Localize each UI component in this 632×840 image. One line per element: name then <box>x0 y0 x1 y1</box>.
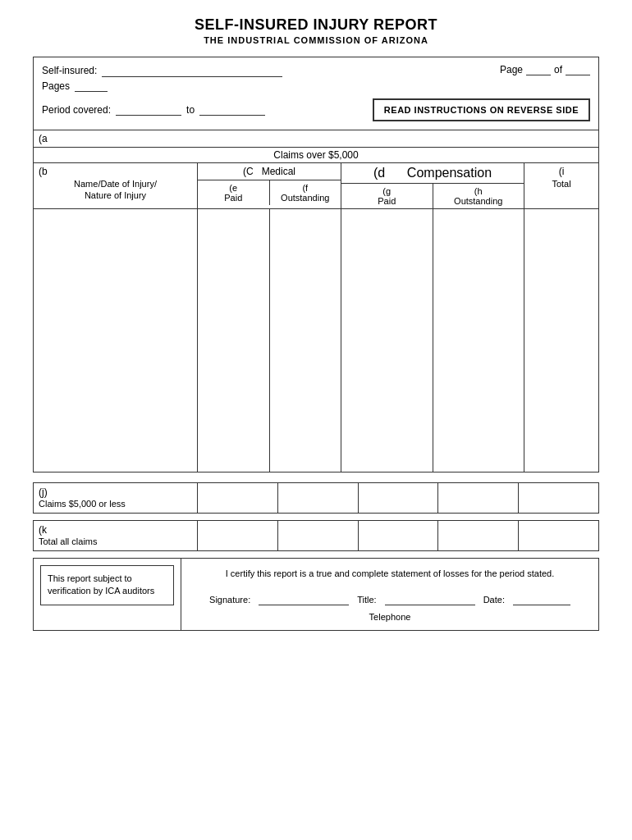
col-e-header: (e Paid <box>198 180 270 205</box>
row-j-e-cell[interactable] <box>198 483 278 513</box>
col-b-sub1: Name/Date of Injury/ <box>39 179 192 189</box>
col-g-sub: Paid <box>345 196 429 206</box>
col-d-compensation: (d Compensation (g Paid (h Outstanding <box>341 163 524 208</box>
data-col-i <box>524 209 598 472</box>
pages-input[interactable] <box>75 80 108 92</box>
pages-row: Pages <box>42 80 590 92</box>
date-input[interactable] <box>513 594 570 605</box>
col-h-sub: Outstanding <box>437 196 521 206</box>
col-d-header: (d Compensation <box>341 163 524 184</box>
data-col-f <box>270 209 341 472</box>
period-from-input[interactable] <box>116 104 181 116</box>
claims-over-label: Claims over $5,000 <box>34 148 598 163</box>
row-j-letter: (j) <box>39 486 192 498</box>
data-rows-area <box>34 209 598 472</box>
page-total-input[interactable] <box>566 64 590 75</box>
row-k-g-cell[interactable] <box>359 521 439 550</box>
col-c-sub: Medical <box>262 166 295 177</box>
col-i-label: (i <box>529 166 593 177</box>
data-col-g <box>341 209 433 472</box>
telephone-label: Telephone <box>369 612 411 622</box>
col-g-label: (g <box>345 186 429 196</box>
instructions-box: READ INSTRUCTIONS ON REVERSE SIDE <box>373 98 590 121</box>
form-outer-box: Self-insured: Page of Pages Period cover… <box>33 57 599 472</box>
col-b-label: (b <box>39 166 192 177</box>
row-j-g-cell[interactable] <box>359 483 439 513</box>
page-number-input[interactable] <box>526 64 551 75</box>
col-i-sub: Total <box>529 179 593 189</box>
pages-label: Pages <box>42 80 70 92</box>
row-k-h-cell[interactable] <box>438 521 519 550</box>
row-j-h-cell[interactable] <box>438 483 519 513</box>
claims-section-a: (a <box>34 130 598 148</box>
signature-label: Signature: <box>209 595 250 605</box>
row-k-f-cell[interactable] <box>278 521 359 550</box>
page-row: Page of <box>500 64 590 75</box>
verification-text: This report subject to verification by I… <box>48 573 154 596</box>
period-label: Period covered: <box>42 104 111 116</box>
title-label: Title: <box>357 595 376 605</box>
row-k-label-cell: (k Total all claims <box>34 521 198 550</box>
col-i-header: (i Total <box>524 163 598 208</box>
row-k-desc: Total all claims <box>39 536 192 546</box>
data-col-b <box>34 209 198 472</box>
summary-section: (j) Claims $5,000 or less (k Total all c… <box>33 482 599 551</box>
data-col-compensation <box>341 209 524 472</box>
subtitle: THE INDUSTRIAL COMMISSION OF ARIZONA <box>33 35 599 45</box>
col-c-medical: (C Medical (e Paid (f Outstanding <box>198 163 341 208</box>
col-g-header: (g Paid <box>341 184 433 208</box>
summary-row-j: (j) Claims $5,000 or less <box>33 482 599 514</box>
col-headers-row: (b Name/Date of Injury/ Nature of Injury… <box>34 163 598 209</box>
data-col-medical <box>198 209 341 472</box>
row-k-i-cell[interactable] <box>519 521 598 550</box>
row-j-desc: Claims $5,000 or less <box>39 499 192 509</box>
row-j-i-cell[interactable] <box>519 483 598 513</box>
self-insured-input[interactable] <box>102 64 282 77</box>
page-label: Page <box>500 64 523 75</box>
col-h-header: (h Outstanding <box>433 184 524 208</box>
period-left: Period covered: to <box>42 104 265 116</box>
col-c-header: (C Medical <box>198 163 341 180</box>
row-k-e-cell[interactable] <box>198 521 278 550</box>
col-medical-subs: (e Paid (f Outstanding <box>198 180 341 205</box>
col-b-sub2: Nature of Injury <box>39 190 192 200</box>
cert-fields-row: Signature: Title: Date: <box>209 594 570 605</box>
col-compensation-subs: (g Paid (h Outstanding <box>341 184 524 208</box>
header-section: Self-insured: Page of Pages Period cover… <box>34 57 598 130</box>
col-f-sub: Outstanding <box>273 193 338 203</box>
col-h-label: (h <box>437 186 521 196</box>
summary-row-k: (k Total all claims <box>33 520 599 551</box>
claims-over-text: Claims over $5,000 <box>273 149 358 161</box>
col-f-header: (f Outstanding <box>270 180 341 205</box>
self-insured-row: Self-insured: <box>42 64 282 77</box>
col-e-label: (e <box>201 183 266 193</box>
title-input[interactable] <box>385 594 475 605</box>
data-col-h <box>433 209 524 472</box>
row-j-label-cell: (j) Claims $5,000 or less <box>34 483 198 513</box>
col-f-label: (f <box>273 183 338 193</box>
certify-text: I certify this report is a true and comp… <box>226 567 554 581</box>
date-label: Date: <box>483 595 505 605</box>
certification-section: This report subject to verification by I… <box>33 558 599 631</box>
header-row1: Self-insured: Page of <box>42 64 590 77</box>
col-b-header: (b Name/Date of Injury/ Nature of Injury <box>34 163 198 208</box>
instructions-text: READ INSTRUCTIONS ON REVERSE SIDE <box>384 105 579 115</box>
self-insured-label: Self-insured: <box>42 65 97 76</box>
cert-left: This report subject to verification by I… <box>34 559 181 630</box>
signature-input[interactable] <box>259 594 349 605</box>
header-period-row: Period covered: to READ INSTRUCTIONS ON … <box>42 98 590 121</box>
title-section: SELF-INSURED INJURY REPORT THE INDUSTRIA… <box>33 16 599 45</box>
col-e-sub: Paid <box>201 193 266 203</box>
col-d-label: (d <box>373 166 385 180</box>
col-d-sub: Compensation <box>407 166 492 180</box>
main-title: SELF-INSURED INJURY REPORT <box>33 16 599 34</box>
cert-right: I certify this report is a true and comp… <box>181 559 598 630</box>
row-k-letter: (k <box>39 524 192 536</box>
of-label: of <box>554 64 562 75</box>
period-to-input[interactable] <box>199 104 265 116</box>
row-j-f-cell[interactable] <box>278 483 359 513</box>
data-col-e <box>198 209 270 472</box>
col-c-label: (C <box>243 166 254 177</box>
period-to-label: to <box>186 104 195 116</box>
verification-box: This report subject to verification by I… <box>40 565 174 605</box>
